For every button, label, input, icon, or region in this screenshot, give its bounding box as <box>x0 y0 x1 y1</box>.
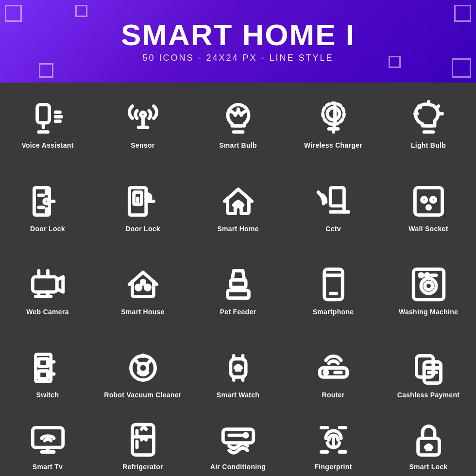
svg-rect-56 <box>38 358 48 366</box>
svg-rect-32 <box>33 277 57 292</box>
svg-rect-57 <box>38 371 48 378</box>
door-lock-1-icon <box>28 182 67 221</box>
corner-decoration <box>75 5 87 17</box>
svg-point-86 <box>244 434 247 437</box>
icon-cell-router: Router <box>286 332 381 415</box>
pet-feeder-label: Pet Feeder <box>220 308 256 316</box>
smartphone-icon <box>314 265 353 304</box>
smart-tv-label: Smart Tv <box>33 463 63 471</box>
svg-point-53 <box>425 274 428 277</box>
light-bulb-label: Light Bulb <box>411 141 446 150</box>
pet-feeder-icon <box>219 265 257 304</box>
sensor-label: Sensor <box>131 141 154 150</box>
icon-cell-door-lock-2: Door Lock <box>95 166 190 249</box>
smart-bulb-icon <box>219 99 257 137</box>
corner-decoration <box>39 63 53 78</box>
corner-decoration <box>454 5 471 22</box>
svg-point-52 <box>419 274 422 277</box>
door-lock-1-label: Door Lock <box>30 225 65 233</box>
icon-cell-wall-socket: Wall Socket <box>381 166 476 249</box>
cashless-payment-icon <box>409 348 448 387</box>
washing-machine-icon <box>409 265 448 304</box>
icon-cell-fingerprint: Fingerprint <box>286 415 381 476</box>
icon-cell-air-conditioning: Air Conditioning <box>190 415 286 476</box>
svg-rect-28 <box>415 187 442 215</box>
fingerprint-label: Fingerprint <box>314 463 352 471</box>
header: SMART HOME I 50 ICONS - 24X24 PX - LINE … <box>0 0 476 83</box>
router-label: Router <box>322 391 345 399</box>
icon-cell-pet-feeder: Pet Feeder <box>190 249 286 332</box>
switch-label: Switch <box>36 391 59 399</box>
smart-watch-icon <box>219 348 257 387</box>
icon-cell-smartphone: Smartphone <box>286 249 381 332</box>
svg-point-42 <box>141 281 144 284</box>
corner-decoration <box>452 58 471 78</box>
icon-cell-light-bulb: Light Bulb <box>381 83 476 166</box>
icon-cell-refrigerator: Refrigerator <box>95 415 190 476</box>
cctv-icon <box>314 182 353 221</box>
washing-machine-label: Washing Machine <box>399 308 458 316</box>
smart-home-label: Smart Home <box>217 225 258 233</box>
icon-cell-robot-vacuum: Robot Vacuum Cleaner <box>95 332 190 415</box>
light-bulb-icon <box>409 99 448 137</box>
svg-rect-0 <box>37 104 49 123</box>
door-lock-2-label: Door Lock <box>125 225 160 233</box>
cctv-label: Cctv <box>325 225 341 233</box>
corner-decoration <box>5 5 22 22</box>
air-conditioning-icon <box>219 420 257 459</box>
svg-line-12 <box>437 106 438 107</box>
smartphone-label: Smartphone <box>313 308 354 316</box>
page-subtitle: 50 ICONS - 24X24 PX - LINE STYLE <box>142 53 333 63</box>
icon-cell-sensor: Sensor <box>95 83 190 166</box>
voice-assistant-label: Voice Assistant <box>21 141 73 150</box>
icon-grid: Voice Assistant Sensor <box>0 83 476 476</box>
smart-lock-label: Smart Lock <box>409 463 447 471</box>
corner-decoration <box>389 56 401 68</box>
air-conditioning-label: Air Conditioning <box>210 463 266 471</box>
icon-cell-voice-assistant: Voice Assistant <box>0 83 95 166</box>
icon-cell-smart-lock: Smart Lock <box>381 415 476 476</box>
svg-point-31 <box>427 206 430 209</box>
page-title: SMART HOME I <box>121 20 355 50</box>
icon-cell-switch: Switch <box>0 332 95 415</box>
smart-home-icon <box>219 182 257 221</box>
icon-cell-smart-home: Smart Home <box>190 166 286 249</box>
svg-point-51 <box>425 282 432 290</box>
web-camera-label: Web Camera <box>26 308 69 316</box>
robot-vacuum-icon <box>123 348 162 387</box>
svg-line-13 <box>419 106 420 107</box>
smart-bulb-label: Smart Bulb <box>219 141 257 150</box>
door-lock-2-icon <box>123 182 162 221</box>
voice-assistant-icon <box>28 99 67 137</box>
icon-cell-web-camera: Web Camera <box>0 249 95 332</box>
smart-watch-label: Smart Watch <box>217 391 259 399</box>
wireless-charger-label: Wireless Charger <box>304 141 362 150</box>
smart-lock-icon <box>409 420 448 459</box>
icon-cell-smart-watch: Smart Watch <box>190 332 286 415</box>
web-camera-icon <box>28 265 67 304</box>
svg-rect-25 <box>330 187 344 206</box>
robot-vacuum-label: Robot Vacuum Cleaner <box>104 391 181 399</box>
sensor-icon <box>123 99 162 137</box>
svg-line-62 <box>135 360 139 364</box>
smart-house-icon <box>123 265 162 304</box>
cashless-payment-label: Cashless Payment <box>397 391 460 399</box>
icon-cell-wireless-charger: Wireless Charger <box>286 83 381 166</box>
refrigerator-label: Refrigerator <box>122 463 163 471</box>
wireless-charger-icon <box>314 99 353 137</box>
icon-cell-smart-house: Smart House <box>95 249 190 332</box>
icon-cell-smart-bulb: Smart Bulb <box>190 83 286 166</box>
refrigerator-icon <box>123 420 162 459</box>
icon-cell-washing-machine: Washing Machine <box>381 249 476 332</box>
icon-cell-cashless-payment: Cashless Payment <box>381 332 476 415</box>
svg-line-63 <box>147 360 151 364</box>
fingerprint-icon <box>314 420 353 459</box>
switch-icon <box>28 348 67 387</box>
icon-cell-cctv: Cctv <box>286 166 381 249</box>
svg-point-30 <box>431 198 435 202</box>
smart-tv-icon <box>28 420 67 459</box>
router-icon <box>314 348 353 387</box>
svg-point-71 <box>324 371 327 374</box>
wall-socket-icon <box>409 182 448 221</box>
svg-point-29 <box>422 198 426 202</box>
